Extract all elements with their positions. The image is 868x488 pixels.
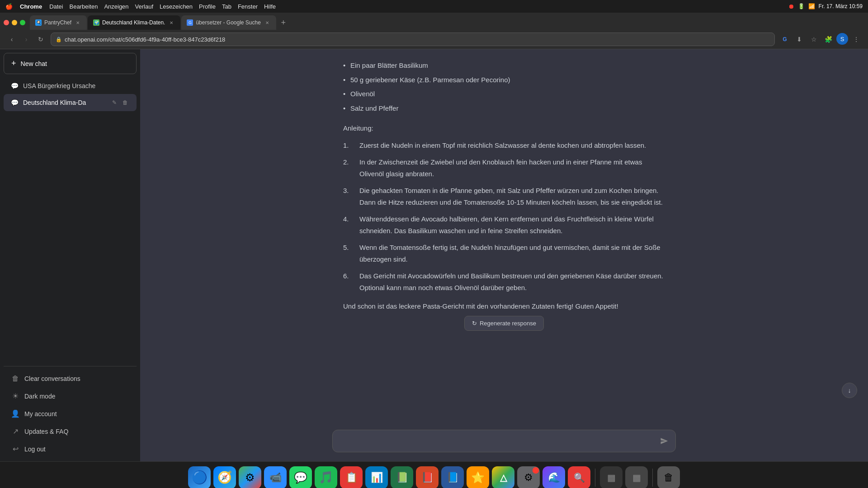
tab-google[interactable]: G übersetzer - Google Suche ✕ bbox=[181, 15, 276, 30]
chat-actions: ✎ 🗑 bbox=[110, 99, 129, 107]
send-icon bbox=[660, 437, 668, 445]
lock-icon: 🔒 bbox=[56, 37, 62, 42]
menu-verlauf[interactable]: Verlauf bbox=[135, 3, 153, 10]
ingredients-list: Ein paar Blätter Basilikum 50 g gerieben… bbox=[343, 58, 665, 115]
tab-close-klima[interactable]: ✕ bbox=[168, 19, 175, 26]
apple-menu[interactable]: 🍎 bbox=[5, 3, 13, 10]
menu-profile[interactable]: Profile bbox=[199, 3, 216, 10]
dock-stacks[interactable]: 📋 bbox=[340, 466, 363, 488]
sidebar-bottom: 🗑 Clear conversations ☀ Dark mode 👤 My a… bbox=[4, 366, 137, 458]
step-num-5: 5. bbox=[343, 242, 354, 265]
updates-faq-button[interactable]: ↗ Updates & FAQ bbox=[4, 422, 137, 440]
input-area bbox=[140, 424, 868, 461]
browser-profile-button[interactable]: S bbox=[836, 33, 848, 45]
google-icon[interactable]: G bbox=[778, 33, 791, 46]
ingredient-kaese: 50 g geriebener Käse (z.B. Parmesan oder… bbox=[343, 73, 665, 87]
sidebar-item-klima[interactable]: 💬 Deutschland Klima-Da ✎ 🗑 bbox=[4, 94, 137, 111]
close-window-button[interactable] bbox=[4, 20, 9, 25]
chat-input[interactable] bbox=[340, 436, 656, 446]
ingredient-salz: Salz und Pfeffer bbox=[343, 101, 665, 116]
menu-bearbeiten[interactable]: Bearbeiten bbox=[69, 3, 98, 10]
new-tab-button[interactable]: + bbox=[277, 16, 290, 29]
traffic-lights bbox=[4, 20, 25, 25]
extensions-button[interactable]: 🧩 bbox=[822, 33, 835, 46]
step-text-2: In der Zwischenzeit die Zwiebel und den … bbox=[359, 156, 665, 179]
account-label: My account bbox=[24, 410, 57, 418]
dock-trello[interactable]: 📊 bbox=[365, 466, 388, 488]
new-chat-button[interactable]: + New chat bbox=[4, 53, 137, 74]
edit-chat-button[interactable]: ✎ bbox=[110, 99, 118, 107]
minimize-window-button[interactable] bbox=[12, 20, 17, 25]
battery-icon: 🔋 bbox=[798, 3, 805, 9]
user-icon: 👤 bbox=[11, 409, 20, 418]
logout-icon: ↩ bbox=[11, 445, 20, 453]
menu-bar-right: ⏺ 🔋 📶 Fr. 17. März 10:59 bbox=[788, 3, 863, 10]
delete-chat-button[interactable]: 🗑 bbox=[121, 99, 129, 107]
menu-tab[interactable]: Tab bbox=[222, 3, 231, 10]
regenerate-button[interactable]: ↻ Regenerate response bbox=[464, 316, 544, 331]
step-num-6: 6. bbox=[343, 270, 354, 293]
tab-close-google[interactable]: ✕ bbox=[264, 19, 271, 26]
scroll-bottom-button[interactable]: ↓ bbox=[842, 383, 857, 398]
address-bar-right: G ⬇ ☆ 🧩 S ⋮ bbox=[778, 33, 863, 46]
dock-excel[interactable]: 📗 bbox=[391, 466, 413, 488]
step-text-6: Das Gericht mit Avocadowürfeln und Basil… bbox=[359, 270, 665, 293]
dock-drive[interactable]: △ bbox=[492, 466, 514, 488]
dock-app1[interactable]: ▦ bbox=[600, 466, 623, 488]
fullscreen-window-button[interactable] bbox=[20, 20, 25, 25]
menu-lesezeichen[interactable]: Lesezeichen bbox=[160, 3, 193, 10]
dock-whatsapp[interactable]: 💬 bbox=[289, 466, 312, 488]
dock-app2[interactable]: ▦ bbox=[625, 466, 648, 488]
wifi-icon: 📶 bbox=[808, 3, 815, 9]
dock-word[interactable]: 📘 bbox=[441, 466, 464, 488]
menu-fenster[interactable]: Fenster bbox=[238, 3, 258, 10]
dock-powerpoint[interactable]: 📕 bbox=[416, 466, 439, 488]
url-bar[interactable]: 🔒 chat.openai.com/chat/c506dfd6-4f9a-40f… bbox=[51, 33, 775, 46]
input-wrapper bbox=[332, 430, 676, 452]
tab-klima[interactable]: 🌍 Deutschland Klima-Daten. ✕ bbox=[88, 15, 180, 30]
download-button[interactable]: ⬇ bbox=[793, 33, 806, 46]
log-out-button[interactable]: ↩ Log out bbox=[4, 440, 137, 458]
dock-safari[interactable]: 🧭 bbox=[213, 466, 236, 488]
traffic-lights-container bbox=[4, 20, 29, 25]
regenerate-icon: ↻ bbox=[472, 320, 477, 327]
step-4: 4. Währenddessen die Avocado halbieren, … bbox=[343, 213, 665, 236]
dock-settings[interactable]: ⚙ ! bbox=[517, 466, 540, 488]
dock: 🔵 🧭 ⚙ 📹 💬 🎵 📋 📊 📗 📕 📘 ⭐ △ ⚙ ! 🌊 🔍 ▦ ▦ 🗑 bbox=[0, 461, 868, 488]
my-account-button[interactable]: 👤 My account bbox=[4, 405, 137, 422]
back-button[interactable]: ‹ bbox=[5, 33, 18, 46]
steps-list: 1. Zuerst die Nudeln in einem Topf mit r… bbox=[343, 140, 665, 294]
dark-mode-button[interactable]: ☀ Dark mode bbox=[4, 387, 137, 405]
dock-arc[interactable]: 🌊 bbox=[542, 466, 565, 488]
send-button[interactable] bbox=[660, 437, 668, 445]
reload-button[interactable]: ↻ bbox=[34, 33, 47, 46]
menu-datei[interactable]: Datei bbox=[49, 3, 63, 10]
menu-anzeigen[interactable]: Anzeigen bbox=[104, 3, 128, 10]
browser-chrome: 🍳 PantryChef ✕ 🌍 Deutschland Klima-Daten… bbox=[0, 13, 868, 49]
browser-menu-button[interactable]: ⋮ bbox=[850, 33, 863, 46]
step-5: 5. Wenn die Tomatensoße fertig ist, die … bbox=[343, 242, 665, 265]
step-text-3: Die gehackten Tomaten in die Pfanne gebe… bbox=[359, 185, 665, 208]
dock-zoom[interactable]: 📹 bbox=[264, 466, 287, 488]
messages-container[interactable]: Ein paar Blätter Basilikum 50 g gerieben… bbox=[140, 49, 868, 424]
dock-fantastical[interactable]: 🔍 bbox=[568, 466, 590, 488]
app-name[interactable]: Chrome bbox=[20, 3, 42, 10]
tab-bar: 🍳 PantryChef ✕ 🌍 Deutschland Klima-Daten… bbox=[0, 13, 868, 30]
menu-items: Datei Bearbeiten Anzeigen Verlauf Leseze… bbox=[49, 3, 276, 10]
sidebar-item-usa[interactable]: 💬 USA Bürgerkrieg Ursache bbox=[4, 78, 137, 94]
tab-close-pantry[interactable]: ✕ bbox=[74, 19, 81, 26]
dock-finder[interactable]: 🔵 bbox=[188, 466, 211, 488]
bookmark-button[interactable]: ☆ bbox=[807, 33, 820, 46]
menu-bar: 🍎 Chrome Datei Bearbeiten Anzeigen Verla… bbox=[0, 0, 868, 13]
chat-title-usa: USA Bürgerkrieg Ursache bbox=[23, 82, 95, 89]
dock-chrome[interactable]: ⚙ bbox=[239, 466, 261, 488]
step-num-3: 3. bbox=[343, 185, 354, 208]
clear-conversations-button[interactable]: 🗑 Clear conversations bbox=[4, 370, 137, 387]
menu-hilfe[interactable]: Hilfe bbox=[264, 3, 276, 10]
dock-spotify[interactable]: 🎵 bbox=[315, 466, 337, 488]
dock-reeder[interactable]: ⭐ bbox=[467, 466, 489, 488]
chat-icon: 💬 bbox=[11, 82, 19, 89]
tab-pantry[interactable]: 🍳 PantryChef ✕ bbox=[30, 15, 87, 30]
forward-button[interactable]: › bbox=[20, 33, 33, 46]
dock-trash[interactable]: 🗑 bbox=[657, 466, 680, 488]
